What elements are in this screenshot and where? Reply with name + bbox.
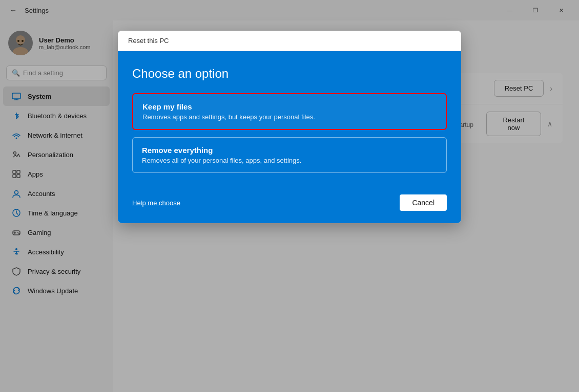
keep-my-files-option[interactable]: Keep my files Removes apps and settings,… [132,93,447,130]
remove-everything-option[interactable]: Remove everything Removes all of your pe… [132,137,447,173]
keep-files-title: Keep my files [142,102,437,111]
remove-everything-desc: Removes all of your personal files, apps… [142,157,437,164]
help-me-choose-link[interactable]: Help me choose [132,199,180,207]
modal-footer: Help me choose Cancel [118,194,461,223]
modal-title: Choose an option [132,67,447,81]
keep-files-desc: Removes apps and settings, but keeps you… [142,113,437,121]
modal-overlay: Reset this PC Choose an option Keep my f… [0,0,579,392]
remove-everything-title: Remove everything [142,146,437,155]
modal-body: Choose an option Keep my files Removes a… [118,51,461,194]
modal-dialog: Reset this PC Choose an option Keep my f… [118,31,461,223]
cancel-button[interactable]: Cancel [400,194,447,211]
modal-header: Reset this PC [118,31,461,51]
